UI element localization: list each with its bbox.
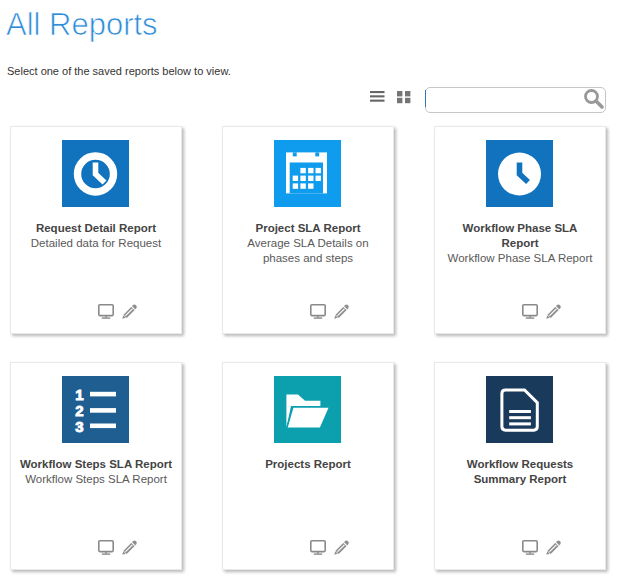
svg-text:3: 3 <box>75 418 83 435</box>
svg-text:1: 1 <box>75 386 83 403</box>
svg-text:2: 2 <box>75 402 83 419</box>
